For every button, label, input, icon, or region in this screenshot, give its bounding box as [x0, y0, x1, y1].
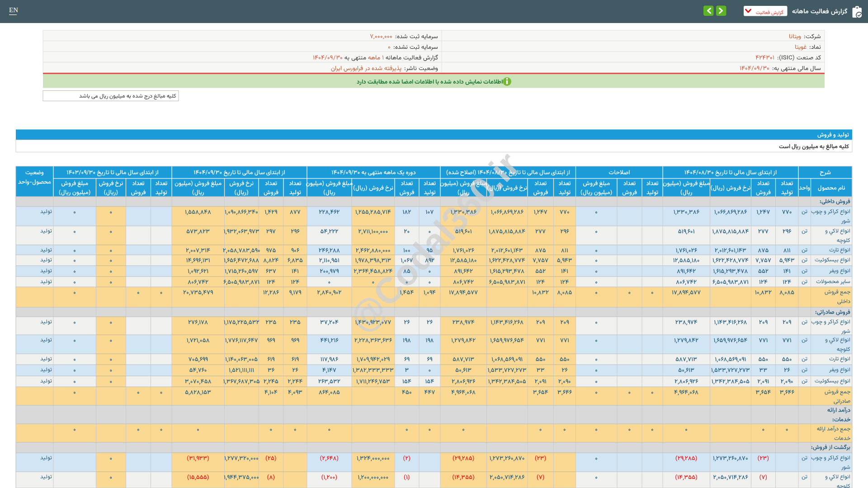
svg-text:EN: EN: [9, 6, 18, 14]
